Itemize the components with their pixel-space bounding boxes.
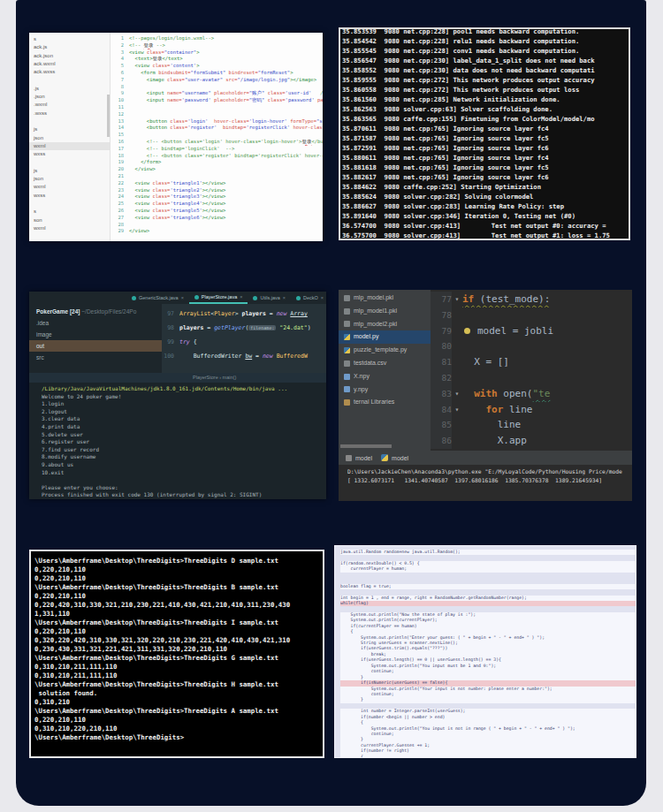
code-token: open( [498, 388, 533, 399]
wxml-code-line: 25 <view class='triangle4'></view> [110, 201, 323, 208]
line-number: 27 [110, 215, 124, 222]
tab-close-icon[interactable]: × [240, 294, 242, 300]
editor-tab[interactable]: DeckO× [291, 292, 326, 304]
cmd-line: 0,220,210,110 [34, 592, 323, 601]
code-token: "密码" [249, 97, 265, 102]
project-tree-item[interactable]: .idea [29, 317, 162, 329]
file-item[interactable]: json [29, 175, 110, 183]
file-item[interactable]: ack.json [29, 52, 110, 60]
file-item[interactable]: s [29, 208, 110, 216]
editor-tab[interactable]: Utils.java× [248, 292, 291, 304]
project-tree-item[interactable]: PokerGame [24] ~/Desktop/Files/24Po [29, 306, 162, 317]
doc-file-icon [344, 360, 350, 367]
python-code-line: 79model = jobli [431, 323, 632, 339]
pycharm-file-tree: mlp_model.pklmlp_model1.pklmlp_model2.pk… [339, 290, 431, 451]
python-code-line: 81 X = [] [431, 354, 632, 370]
console-tab[interactable]: model [381, 454, 408, 461]
terminal-line: 35.881618 9080 net.cpp:765] Ignoring sou… [342, 163, 629, 172]
npy-file-icon [344, 386, 350, 392]
cmd-line: solution found. [34, 689, 323, 698]
file-tree-item[interactable]: mlp_model1.pkl [339, 305, 431, 318]
line-number: 10 [110, 97, 124, 104]
caffe-log: 35.853539 9080 net.cpp:228] pool1 needs … [340, 27, 629, 240]
fold-arrow-icon[interactable]: ▾ [452, 402, 462, 418]
terminal-line: 35.882617 9080 net.cpp:765] Ignoring sou… [342, 172, 629, 182]
file-item[interactable]: wxss [29, 150, 110, 158]
code-token: <input [129, 90, 167, 95]
fold-arrow-icon[interactable]: ▾ [452, 386, 462, 402]
code-token: "formReset" [258, 70, 290, 75]
file-item[interactable]: wxml [29, 224, 110, 232]
file-item[interactable]: wxml [29, 142, 110, 150]
project-tree-item[interactable]: src [29, 352, 162, 363]
code-token: "formSubmit" [191, 70, 226, 75]
line-number: 14 [110, 125, 124, 132]
file-item[interactable]: wxml [29, 183, 110, 191]
panel-cmd-terminal: \Users\Amberframe\Desktop\ThreeDigits>Th… [29, 550, 324, 758]
tab-close-icon[interactable]: × [321, 295, 324, 300]
file-item[interactable]: js [29, 167, 110, 175]
code-token: </view> [129, 166, 156, 171]
code-text: line [462, 417, 521, 433]
console-line: 10.exit [42, 469, 326, 477]
file-item[interactable]: ack.wxss [29, 68, 110, 76]
tab-close-icon[interactable]: × [181, 295, 184, 300]
file-tree-item[interactable]: y.npy [339, 383, 431, 397]
code-token: <view [129, 180, 153, 186]
cmd-line: 0,230,430,331,321,221,421,311,331,320,22… [34, 645, 323, 654]
cmd-line: 0,320,220,420,310,330,321,320,220,210,23… [34, 636, 323, 645]
file-item[interactable]: wxss [29, 192, 110, 200]
file-item[interactable]: ack.js [29, 43, 110, 51]
file-item[interactable]: .wxss [29, 110, 110, 118]
code-token [462, 388, 474, 399]
console-line: 8.modify username [42, 453, 326, 461]
file-label: mlp_model.pkl [354, 292, 393, 305]
cmd-line: \Users\Amberframe\Desktop\ThreeDigits>Th… [34, 654, 323, 663]
file-item[interactable]: .js [29, 85, 110, 93]
intention-bulb-icon[interactable] [464, 328, 470, 334]
file-tree-item[interactable]: mlp_model.pkl [339, 292, 431, 305]
code-token: class= [153, 215, 171, 220]
file-tree-item[interactable]: X.npy [339, 370, 431, 383]
line-number: 8 [110, 84, 124, 91]
doc-file-icon [344, 321, 350, 327]
sidebar-scrollbar[interactable] [107, 95, 110, 137]
file-tree-item[interactable]: testdata.csv [339, 357, 431, 370]
code-token: <!--pages/login/login.wxml--> [129, 35, 214, 41]
code-token: (test_mode): [474, 293, 550, 305]
lib-file-icon [344, 399, 350, 406]
file-tree-item[interactable]: ternal Libraries [339, 396, 431, 409]
file-item[interactable]: json [29, 134, 110, 142]
file-item[interactable]: .wxml [29, 101, 110, 109]
fold-arrow-icon[interactable]: ▾ [452, 292, 462, 307]
editor-tab[interactable]: PlayerStore.java× [189, 292, 248, 304]
file-gap [29, 200, 110, 208]
file-item[interactable]: js [29, 125, 110, 133]
line-number: 80 [431, 338, 452, 354]
code-text: model = jobli [477, 323, 553, 339]
file-item[interactable]: son [29, 216, 110, 224]
file-tree-item[interactable]: model.py [339, 330, 431, 344]
file-item[interactable]: s [29, 35, 110, 43]
code-token: new [277, 310, 287, 317]
pycharm-console: D:\Users\JackieChen\Anaconda3\python.exe… [339, 465, 632, 501]
tree-scrollbar[interactable] [340, 444, 392, 448]
code-token: 登录 [144, 42, 154, 48]
editor-tab[interactable]: GenericStack.java× [126, 292, 189, 304]
cmd-line: 0,220,210,110 [34, 565, 323, 574]
file-tree-item[interactable]: mlp_model2.pkl [339, 318, 431, 331]
code-token: <!-- [129, 42, 144, 48]
file-item[interactable]: ack.wxml [29, 60, 110, 68]
intellij-breadcrumb-bar: PlayerStore › main() [29, 373, 326, 383]
file-tree-item[interactable]: puzzle_template.py [339, 344, 431, 357]
console-tab[interactable]: model [346, 455, 372, 461]
project-tree-item[interactable]: out [29, 340, 162, 352]
file-item[interactable]: .json [29, 93, 110, 101]
panel-wxml-editor: sack.jsack.jsonack.wxmlack.wxss.js.json.… [29, 33, 323, 241]
code-token: class= [147, 49, 164, 55]
wxml-code-line: 14 <button class='register' bindtap='reg… [110, 125, 323, 132]
project-tree-item[interactable]: image [29, 329, 162, 340]
terminal-line: 36.574700 9080 solver.cpp:413] Test net … [342, 221, 629, 231]
tab-close-icon[interactable]: × [283, 295, 286, 300]
code-token: "/image/login.jpg" [238, 77, 291, 82]
